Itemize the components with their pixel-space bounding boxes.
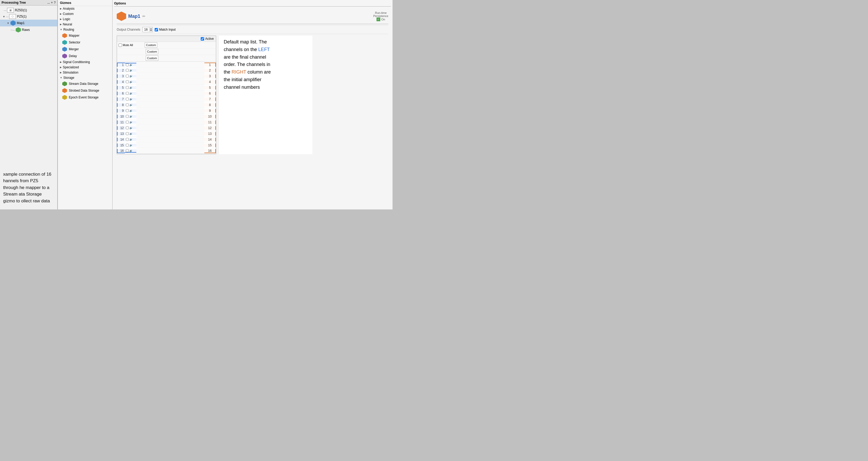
more-icon[interactable]: ... — [48, 1, 50, 4]
tree-node-pz5[interactable]: ▼ — ⬡ PZ5(1) — [0, 13, 57, 20]
output-channels-spinner[interactable]: 16 ▲ ▼ — [142, 27, 153, 32]
channel-speaker-8[interactable]: 🔊 — [129, 104, 132, 106]
channel-checkbox-13[interactable] — [126, 132, 129, 135]
channel-checkbox-5[interactable] — [126, 86, 129, 89]
gizmo-item-strobed-data-storage[interactable]: Strobed Data Storage — [58, 87, 112, 94]
match-input-check[interactable] — [155, 28, 158, 31]
channel-checkbox-15[interactable] — [126, 144, 129, 147]
collapse-arrow-map1[interactable]: ▼ — [7, 22, 9, 25]
channel-left-num-6: 6 — [117, 92, 125, 95]
channel-checkbox-12[interactable] — [126, 126, 129, 129]
channel-speaker-11[interactable]: 🔊 — [129, 121, 132, 124]
gizmo-item-stream-data-storage[interactable]: Stream Data Storage — [58, 80, 112, 87]
channel-checkbox-2[interactable] — [126, 69, 129, 72]
channel-checkbox-8[interactable] — [126, 103, 129, 106]
channel-input-1 — [136, 62, 205, 67]
category-stimulation[interactable]: ▶ Stimulation — [58, 70, 112, 75]
channel-checkbox-11[interactable] — [126, 121, 129, 124]
channel-checkbox-14[interactable] — [126, 138, 129, 141]
channel-checkbox-10[interactable] — [126, 115, 129, 118]
channel-checkbox-9[interactable] — [126, 109, 129, 112]
mute-all-label: Mute All — [123, 43, 133, 47]
channel-speaker-13[interactable]: 🔊 — [129, 132, 132, 135]
selector-icon — [62, 40, 67, 45]
category-routing[interactable]: ▼ Routing — [58, 27, 112, 32]
category-signal-conditioning[interactable]: ▶ Signal Conditioning — [58, 59, 112, 65]
channel-speaker-15[interactable]: 🔊 — [129, 144, 132, 147]
gizmo-label-strobed-data-storage: Strobed Data Storage — [69, 89, 99, 92]
dropdown-2-wrapper: Custom — [146, 49, 214, 54]
channel-checkbox-4[interactable] — [126, 80, 129, 83]
help-icon[interactable]: ? — [54, 1, 56, 4]
category-neural[interactable]: ▶ Neural — [58, 22, 112, 27]
channel-speaker-7[interactable]: 🔊 — [129, 98, 132, 100]
category-logic[interactable]: ▶ Logic — [58, 17, 112, 22]
match-input-checkbox[interactable]: Match Input — [155, 28, 176, 31]
channel-checkbox-6[interactable] — [126, 92, 129, 95]
channel-input-9 — [136, 108, 205, 113]
channel-speaker-6[interactable]: 🔊 — [129, 92, 132, 95]
channel-row-2: 2🔊2 — [117, 67, 216, 73]
tree-node-rz5d1[interactable]: — ▦ RZ5D(1) — [0, 7, 57, 13]
channel-speaker-3[interactable]: 🔊 — [129, 75, 132, 78]
category-analysis[interactable]: ▶ Analysis — [58, 6, 112, 11]
dropdown-2-row: Custom — [117, 49, 216, 55]
gizmo-item-merger[interactable]: Merger — [58, 46, 112, 53]
dropdown-1[interactable]: Custom — [145, 42, 157, 48]
channel-speaker-5[interactable]: 🔊 — [129, 86, 132, 89]
channel-speaker-14[interactable]: 🔊 — [129, 138, 132, 141]
runtime-checkbox[interactable]: ✓ On — [377, 18, 385, 21]
gizmo-title-area: Map1 ✏ — [117, 11, 146, 21]
arrow-analysis: ▶ — [60, 7, 62, 10]
category-label-stimulation: Stimulation — [63, 71, 78, 74]
gizmo-item-epoch-event-storage[interactable]: Epoch Event Storage — [58, 94, 112, 101]
mute-all: Mute All — [119, 43, 145, 47]
channel-right-num-3: 3 — [205, 74, 216, 78]
channel-row-5: 5🔊5 — [117, 85, 216, 91]
channel-checkbox-3[interactable] — [126, 74, 129, 78]
channel-input-15 — [136, 143, 205, 148]
dropdown-3-wrapper: Custom — [146, 56, 214, 61]
dropdown-3[interactable]: Custom — [146, 56, 158, 61]
add-icon[interactable]: + — [51, 1, 53, 4]
channel-checkbox-16[interactable] — [126, 149, 129, 152]
gizmo-item-mapper[interactable]: Mapper — [58, 32, 112, 39]
tree-node-map1[interactable]: ▼ Map1 — [0, 20, 57, 26]
collapse-arrow-pz5[interactable]: ▼ — [3, 15, 5, 18]
dropdown-1-wrapper: Custom — [145, 42, 214, 48]
category-storage[interactable]: ▼ Storage — [58, 75, 112, 80]
channel-checkbox-1[interactable] — [126, 63, 129, 66]
channel-left-num-13: 13 — [117, 132, 125, 135]
category-label-logic: Logic — [63, 17, 70, 21]
runtime-on-checkbox[interactable]: ✓ — [377, 18, 380, 21]
channel-speaker-10[interactable]: 🔊 — [129, 115, 132, 118]
edit-icon[interactable]: ✏ — [142, 14, 146, 18]
channel-speaker-12[interactable]: 🔊 — [129, 127, 132, 129]
gizmo-item-delay[interactable]: Delay — [58, 53, 112, 59]
arrow-storage: ▼ — [60, 76, 62, 79]
channel-checkbox-7[interactable] — [126, 98, 129, 100]
active-check[interactable] — [201, 37, 204, 40]
channel-speaker-9[interactable]: 🔊 — [129, 110, 132, 112]
gizmo-label-mapper: Mapper — [69, 34, 80, 37]
channel-speaker-2[interactable]: 🔊 — [129, 69, 132, 72]
active-checkbox[interactable]: Active — [201, 37, 214, 40]
tree-node-raws[interactable]: ○— Raws — [0, 26, 57, 33]
channel-right-num-10: 10 — [205, 115, 216, 118]
channel-speaker-1[interactable]: 🔊 — [129, 64, 132, 66]
dropdown-2[interactable]: Custom — [146, 49, 158, 54]
channel-left-num-5: 5 — [117, 86, 125, 90]
spinner-down[interactable]: ▼ — [149, 30, 152, 31]
gizmo-item-selector[interactable]: Selector — [58, 39, 112, 46]
channel-left-num-11: 11 — [117, 120, 125, 124]
channel-row-10: 10🔊10 — [117, 114, 216, 119]
category-custom[interactable]: ▶ Custom — [58, 11, 112, 17]
channel-speaker-4[interactable]: 🔊 — [129, 81, 132, 83]
mute-all-check[interactable] — [119, 43, 122, 47]
channel-speaker-16[interactable]: 🔊 — [129, 150, 132, 152]
spinner-up[interactable]: ▲ — [149, 28, 152, 30]
channel-input-10 — [136, 114, 205, 119]
gizmos-panel: Gizmos ▶ Analysis ▶ Custom ▶ Logic ▶ Neu… — [58, 0, 113, 209]
gizmos-title: Gizmos — [60, 1, 71, 5]
category-specialized[interactable]: ▶ Specialized — [58, 65, 112, 70]
